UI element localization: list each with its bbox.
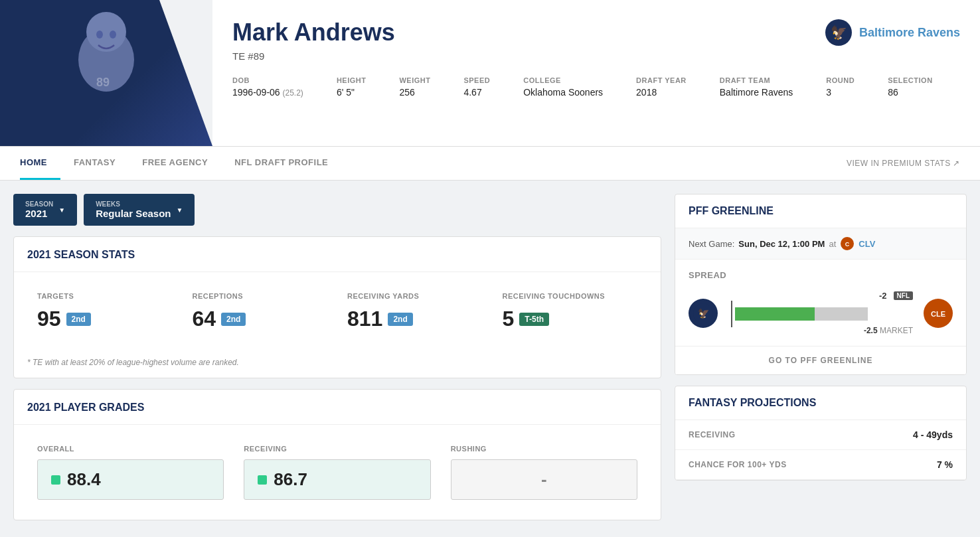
receiving-tds-value: 5 T-5th [503,307,638,331]
svg-text:89: 89 [96,76,110,89]
clv-spread-logo-icon: CLE [928,303,949,324]
grade-overall: OVERALL 88.4 [27,438,234,506]
player-photo: 89 [0,0,212,146]
tab-nfl-draft-profile[interactable]: NFL DRAFT PROFILE [221,147,341,180]
ravens-spread-logo-icon: 🦅 [693,303,714,324]
stats-footnote: * TE with at least 20% of league-highest… [14,351,661,378]
targets-label: TARGETS [37,292,173,300]
speed-value: 4.67 [463,87,490,98]
receptions-rank: 2nd [221,313,246,326]
fantasy-100yd-row: CHANCE FOR 100+ YDS 7 % [675,450,966,480]
right-column: PFF GREENLINE Next Game: Sun, Dec 12, 1:… [675,194,967,520]
receiving-tds-label: RECEIVING TOUCHDOWNS [503,292,638,300]
clv-team-logo-icon: C [840,236,855,251]
stats-grid: TARGETS 95 2nd RECEPTIONS 64 2nd R [14,272,661,351]
selection-value: 86 [888,87,932,98]
spread-market: -2.5 MARKET [728,326,913,335]
targets-rank: 2nd [66,313,91,326]
main-content: SEASON 2021 ▼ WEEKS Regular Season ▼ 202… [0,181,980,534]
next-game-label: Next Game: [689,239,734,249]
next-game-date: Sun, Dec 12, 1:00 PM [738,239,825,249]
stat-receiving-tds: RECEIVING TOUCHDOWNS 5 T-5th [493,285,648,338]
selection-group: SELECTION 86 [888,76,932,98]
fantasy-receiving-row: RECEIVING 4 - 49yds [675,420,966,450]
ravens-team-icon: 🦅 [689,299,718,328]
next-game-info: Next Game: Sun, Dec 12, 1:00 PM at C CLV [675,228,966,260]
player-grades-title: 2021 PLAYER GRADES [14,390,661,425]
grades-grid: OVERALL 88.4 RECEIVING 86.7 RUSHING - [14,425,661,520]
chance-100yd-label: CHANCE FOR 100+ YDS [689,460,787,469]
weeks-filter-label: WEEKS [96,200,171,208]
receptions-label: RECEPTIONS [193,292,328,300]
rushing-grade-label: RUSHING [451,445,637,453]
receiving-grade-value: 86.7 [244,459,430,500]
team-badge: 🦅 Baltimore Ravens [825,19,960,46]
receiving-tds-rank: T-5th [519,313,549,326]
receiving-projection-value: 4 - 49yds [913,429,953,440]
chance-100yd-value: 7 % [937,459,953,470]
receptions-value: 64 2nd [193,307,328,331]
clv-team-icon: CLE [924,299,953,328]
season-filter-value: 2021 [25,208,53,219]
round-value: 3 [826,87,855,98]
team-name: Baltimore Ravens [859,26,960,40]
go-greenline-button[interactable]: GO TO PFF GREENLINE [675,346,966,374]
season-filter-label: SEASON [25,200,53,208]
tab-home[interactable]: HOME [20,147,60,180]
season-stats-card: 2021 SEASON STATS TARGETS 95 2nd RECEPTI… [13,236,661,378]
dob-value: 1996-09-06 (25.2) [232,87,303,98]
premium-stats-link[interactable]: VIEW IN PREMIUM STATS ↗ [847,159,960,168]
fantasy-projections-card: FANTASY PROJECTIONS RECEIVING 4 - 49yds … [675,386,967,481]
spread-visual: 🦅 -2 NFL [689,291,953,335]
receiving-yards-rank: 2nd [388,313,412,326]
player-grades-card: 2021 PLAYER GRADES OVERALL 88.4 RECEIVIN… [13,389,661,520]
season-stats-title: 2021 SEASON STATS [14,237,661,272]
at-text: at [829,239,836,249]
spread-title: SPREAD [689,270,953,280]
round-group: ROUND 3 [826,76,855,98]
left-column: SEASON 2021 ▼ WEEKS Regular Season ▼ 202… [13,194,661,520]
draft-team-value: Baltimore Ravens [720,87,793,98]
round-label: ROUND [826,76,855,84]
selection-label: SELECTION [888,76,932,84]
height-label: HEIGHT [337,76,367,84]
draft-team-group: DRAFT TEAM Baltimore Ravens [720,76,793,98]
filter-bar: SEASON 2021 ▼ WEEKS Regular Season ▼ [13,194,661,226]
stat-targets: TARGETS 95 2nd [27,285,183,338]
spread-bar: -2 NFL -2.5 MARKET [728,291,913,335]
player-header: 89 Mark Andrews TE #89 DOB 1996-09-06 (2… [0,0,980,147]
receiving-yards-value: 811 2nd [347,307,483,331]
draft-year-label: DRAFT YEAR [636,76,687,84]
tabs-container: HOME FANTASY FREE AGENCY NFL DRAFT PROFI… [20,147,341,180]
tab-fantasy[interactable]: FANTASY [60,147,129,180]
player-position: TE #89 [232,50,960,62]
greenline-title: PFF GREENLINE [675,194,966,228]
spread-divider [731,301,732,327]
weeks-filter-button[interactable]: WEEKS Regular Season ▼ [84,194,195,226]
svg-point-3 [110,31,116,38]
receiving-yards-label: RECEIVING YARDS [347,292,483,300]
overall-value: 88.4 [37,459,224,500]
svg-point-2 [96,31,103,38]
player-details: DOB 1996-09-06 (25.2) HEIGHT 6' 5" WEIGH… [232,76,960,98]
receiving-grade-label: RECEIVING [244,445,430,453]
spread-bar-green [735,307,815,321]
receiving-dot-icon [258,475,267,485]
college-group: COLLEGE Oklahoma Sooners [523,76,603,98]
speed-label: SPEED [463,76,490,84]
greenline-card: PFF GREENLINE Next Game: Sun, Dec 12, 1:… [675,194,967,375]
season-filter-button[interactable]: SEASON 2021 ▼ [13,194,77,226]
draft-year-group: DRAFT YEAR 2018 [636,76,687,98]
targets-value: 95 2nd [37,307,173,331]
nav-tabs: HOME FANTASY FREE AGENCY NFL DRAFT PROFI… [0,147,980,181]
grade-rushing: RUSHING - [441,438,647,506]
opponent-name: CLV [858,239,875,249]
overall-dot-icon [51,475,60,485]
tab-free-agency[interactable]: FREE AGENCY [129,147,221,180]
height-group: HEIGHT 6' 5" [337,76,367,98]
weight-value: 256 [399,87,430,98]
overall-label: OVERALL [37,445,224,453]
svg-text:🦅: 🦅 [698,308,710,319]
spread-value-display: -2 NFL [728,291,913,301]
weeks-filter-value: Regular Season [96,208,171,219]
